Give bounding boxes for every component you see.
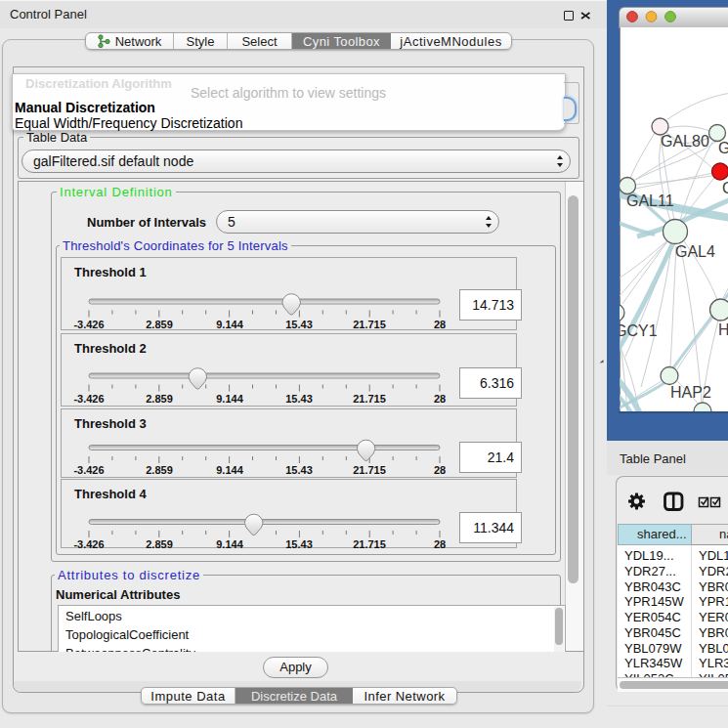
- svg-text:HAP2: HAP2: [670, 384, 711, 401]
- svg-text:H: H: [718, 321, 728, 338]
- svg-text:GA: GA: [718, 140, 728, 156]
- svg-text:GAL80: GAL80: [661, 133, 709, 150]
- svg-text:GAL4: GAL4: [675, 243, 715, 260]
- svg-text:GCY1: GCY1: [620, 322, 658, 339]
- svg-text:GAL11: GAL11: [626, 193, 674, 209]
- svg-text:C: C: [722, 180, 728, 196]
